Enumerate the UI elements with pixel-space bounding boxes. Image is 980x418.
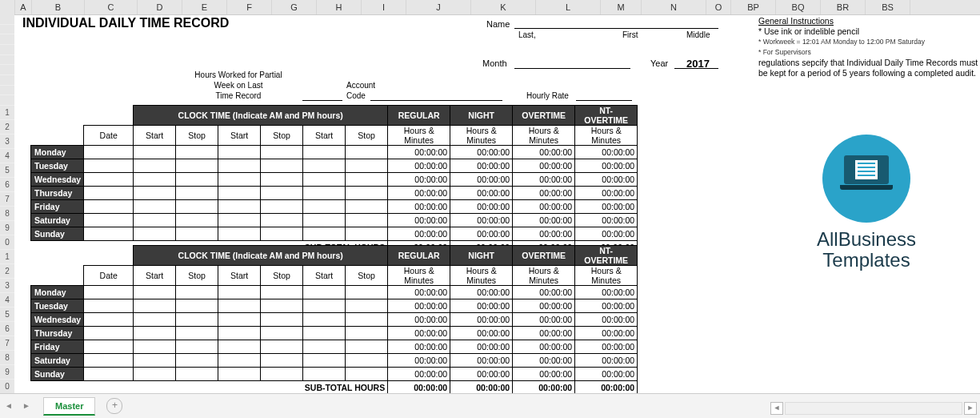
- hours-cell[interactable]: 00:00:00: [575, 354, 638, 368]
- hours-cell[interactable]: 00:00:00: [388, 159, 450, 173]
- input-cell[interactable]: [303, 146, 346, 159]
- hours-cell[interactable]: 00:00:00: [450, 313, 513, 327]
- input-cell[interactable]: [176, 368, 218, 381]
- row-header[interactable]: 5: [0, 307, 14, 322]
- row-header[interactable]: [0, 25, 14, 35]
- input-cell[interactable]: [134, 340, 176, 354]
- input-cell[interactable]: [176, 354, 218, 368]
- input-cell[interactable]: [218, 159, 261, 173]
- input-cell[interactable]: [134, 286, 176, 299]
- input-cell[interactable]: [346, 299, 388, 313]
- input-cell[interactable]: [218, 340, 261, 354]
- worksheet-canvas[interactable]: INDIVIDUAL DAILY TIME RECORD Name Last, …: [14, 14, 980, 394]
- input-cell[interactable]: [303, 200, 346, 214]
- hours-cell[interactable]: 00:00:00: [388, 173, 450, 187]
- row-header[interactable]: 2: [0, 264, 14, 279]
- tab-nav-next-icon[interactable]: ►: [21, 400, 32, 412]
- col-N[interactable]: N: [642, 0, 706, 14]
- hours-cell[interactable]: 00:00:00: [450, 368, 513, 381]
- hours-cell[interactable]: 00:00:00: [388, 299, 450, 313]
- input-cell[interactable]: [218, 146, 261, 159]
- col-I[interactable]: I: [362, 0, 406, 14]
- input-cell[interactable]: [84, 327, 134, 340]
- row-header[interactable]: 8: [0, 351, 14, 365]
- input-cell[interactable]: [176, 187, 218, 200]
- input-cell[interactable]: [134, 299, 176, 313]
- tab-nav-prev-icon[interactable]: ◄: [3, 400, 14, 412]
- input-cell[interactable]: [176, 214, 218, 227]
- input-cell[interactable]: [176, 200, 218, 214]
- hours-cell[interactable]: 00:00:00: [513, 227, 575, 241]
- input-cell[interactable]: [134, 354, 176, 368]
- input-cell[interactable]: [84, 146, 134, 159]
- hours-cell[interactable]: 00:00:00: [450, 299, 513, 313]
- input-cell[interactable]: [346, 227, 388, 241]
- col-J[interactable]: J: [406, 0, 471, 14]
- input-cell[interactable]: [84, 187, 134, 200]
- row-header[interactable]: 1: [0, 106, 14, 120]
- input-cell[interactable]: [84, 214, 134, 227]
- scroll-track[interactable]: [785, 402, 962, 415]
- input-cell[interactable]: [261, 286, 303, 299]
- input-cell[interactable]: [303, 368, 346, 381]
- row-header[interactable]: [0, 55, 14, 66]
- hours-cell[interactable]: 00:00:00: [450, 214, 513, 227]
- col-H[interactable]: H: [317, 0, 362, 14]
- hours-cell[interactable]: 00:00:00: [450, 340, 513, 354]
- col-D[interactable]: D: [138, 0, 182, 14]
- hours-cell[interactable]: 00:00:00: [575, 200, 638, 214]
- hours-cell[interactable]: 00:00:00: [388, 340, 450, 354]
- input-cell[interactable]: [303, 173, 346, 187]
- input-cell[interactable]: [303, 340, 346, 354]
- subtotal-val[interactable]: 00:00:00: [575, 381, 638, 395]
- hours-cell[interactable]: 00:00:00: [513, 200, 575, 214]
- input-cell[interactable]: [261, 214, 303, 227]
- input-cell[interactable]: [84, 286, 134, 299]
- input-cell[interactable]: [218, 354, 261, 368]
- hours-cell[interactable]: 00:00:00: [575, 187, 638, 200]
- row-header[interactable]: 3: [0, 135, 14, 149]
- hours-cell[interactable]: 00:00:00: [575, 313, 638, 327]
- hours-cell[interactable]: 00:00:00: [513, 214, 575, 227]
- input-cell[interactable]: [218, 299, 261, 313]
- hours-cell[interactable]: 00:00:00: [450, 227, 513, 241]
- hours-cell[interactable]: 00:00:00: [450, 173, 513, 187]
- input-cell[interactable]: [346, 200, 388, 214]
- input-cell[interactable]: [218, 214, 261, 227]
- input-cell[interactable]: [84, 340, 134, 354]
- row-header[interactable]: 4: [0, 293, 14, 307]
- row-header[interactable]: 0: [0, 380, 14, 394]
- input-cell[interactable]: [261, 159, 303, 173]
- row-header[interactable]: [0, 34, 14, 45]
- hours-cell[interactable]: 00:00:00: [388, 200, 450, 214]
- input-cell[interactable]: [303, 227, 346, 241]
- col-BS[interactable]: BS: [866, 0, 910, 14]
- hours-cell[interactable]: 00:00:00: [513, 187, 575, 200]
- row-header[interactable]: 7: [0, 192, 14, 207]
- input-cell[interactable]: [84, 313, 134, 327]
- input-cell[interactable]: [261, 327, 303, 340]
- col-C[interactable]: C: [85, 0, 138, 14]
- hours-cell[interactable]: 00:00:00: [450, 187, 513, 200]
- input-cell[interactable]: [176, 227, 218, 241]
- input-cell[interactable]: [134, 146, 176, 159]
- hours-cell[interactable]: 00:00:00: [513, 313, 575, 327]
- input-cell[interactable]: [176, 173, 218, 187]
- input-cell[interactable]: [84, 354, 134, 368]
- input-cell[interactable]: [261, 187, 303, 200]
- input-cell[interactable]: [261, 173, 303, 187]
- input-cell[interactable]: [84, 173, 134, 187]
- hours-cell[interactable]: 00:00:00: [388, 313, 450, 327]
- input-cell[interactable]: [134, 200, 176, 214]
- input-cell[interactable]: [303, 299, 346, 313]
- input-cell[interactable]: [303, 159, 346, 173]
- input-cell[interactable]: [303, 214, 346, 227]
- input-cell[interactable]: [346, 187, 388, 200]
- row-header[interactable]: 0: [0, 235, 14, 250]
- hours-cell[interactable]: 00:00:00: [513, 354, 575, 368]
- input-cell[interactable]: [303, 327, 346, 340]
- input-cell[interactable]: [218, 200, 261, 214]
- row-header[interactable]: 5: [0, 163, 14, 178]
- input-cell[interactable]: [134, 187, 176, 200]
- hours-cell[interactable]: 00:00:00: [388, 227, 450, 241]
